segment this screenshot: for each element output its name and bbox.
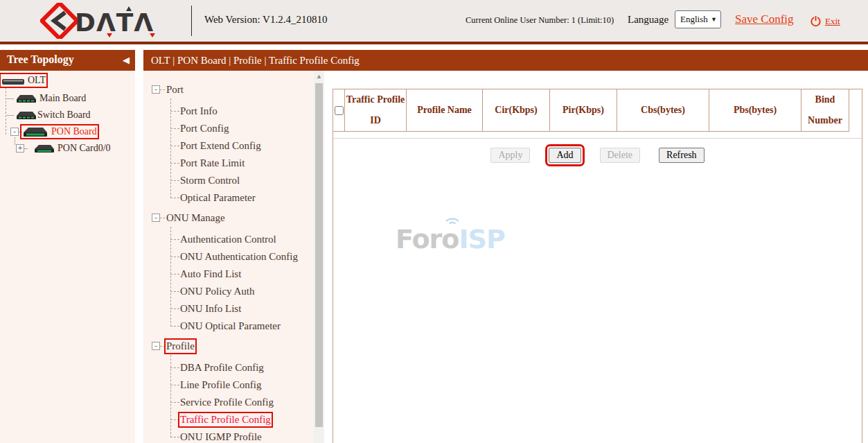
tree-connector-dash (170, 291, 179, 292)
scroll-up-icon[interactable]: ▲ (314, 73, 324, 80)
menu-section-onu-manage[interactable]: -ONU Manage (143, 209, 324, 227)
menu-section-profile[interactable]: -Profile (143, 337, 324, 355)
traffic-profile-table-header: Traffic Profile ID Profile Name Cir(Kbps… (333, 89, 849, 132)
menu-item-label[interactable]: Storm Control (180, 175, 240, 186)
apply-button[interactable]: Apply (490, 148, 530, 163)
tree-node-main-board[interactable]: Main Board (7, 93, 86, 104)
menu-item-auto-find-list[interactable]: Auto Find List (143, 266, 324, 283)
menu-item-onu-authentication-config[interactable]: ONU Authentication Config (143, 248, 324, 266)
tree-node-switch-board[interactable]: Switch Board (7, 110, 91, 121)
menu-section-label[interactable]: ONU Manage (166, 212, 225, 224)
tree-connector-dash (170, 111, 179, 112)
menu-section-port[interactable]: -Port (143, 80, 324, 98)
watermark-text-blue: ISP (459, 224, 504, 254)
tree-connector-dash (170, 239, 179, 240)
traffic-profile-frame: Traffic Profile ID Profile Name Cir(Kbps… (333, 89, 862, 443)
menu-item-label[interactable]: Optical Parameter (180, 192, 256, 204)
chevron-down-icon: ▼ (711, 11, 717, 28)
menu-item-service-profile-config[interactable]: Service Profile Config (143, 394, 324, 411)
pon-card-device-icon (34, 144, 55, 153)
tree-connector-line (6, 87, 6, 134)
select-all-checkbox[interactable] (335, 106, 344, 115)
select-all-cell (333, 89, 345, 131)
menu-item-authentication-control[interactable]: Authentication Control (143, 231, 324, 248)
menu-item-label[interactable]: Port Config (180, 123, 229, 134)
menu-item-label[interactable]: ONU Policy Auth (180, 286, 255, 297)
menu-item-port-config[interactable]: Port Config (143, 120, 324, 137)
tree-topology-title: Tree Topology (7, 53, 74, 66)
tree-connector-dash (170, 367, 179, 368)
foroisp-watermark: ForoISP (396, 224, 505, 254)
menu-section-label[interactable]: Profile (166, 340, 195, 352)
menu-scrollbar[interactable]: ▲ (314, 71, 324, 443)
menu-item-label[interactable]: Port Rate Limit (180, 157, 245, 169)
tree-node-label[interactable]: Switch Board (37, 110, 91, 121)
tree-node-olt[interactable]: OLT (1, 75, 46, 86)
refresh-button[interactable]: Refresh (659, 148, 705, 163)
tree-connector-dash (170, 198, 179, 198)
menu-item-port-rate-limit[interactable]: Port Rate Limit (143, 155, 324, 172)
tree-connector-dash (170, 180, 179, 181)
tree-connector-dash (160, 89, 165, 90)
breadcrumb: OLT | PON Board | Profile | Traffic Prof… (143, 50, 868, 71)
tree-connector-dash (160, 218, 165, 218)
collapse-sidebar-icon[interactable]: ◀ (123, 55, 130, 66)
column-header: Bind Number (801, 89, 849, 131)
menu-item-label[interactable]: ONU Authentication Config (180, 251, 298, 263)
menu-section-label[interactable]: Port (166, 84, 184, 96)
menu-item-label[interactable]: Service Profile Config (180, 397, 274, 408)
tree-node-label[interactable]: PON Card0/0 (57, 143, 111, 154)
exit-link[interactable]: Exit (825, 16, 840, 27)
web-version-label: Web Version: V1.2.4_210810 (204, 14, 327, 26)
menu-item-line-profile-config[interactable]: Line Profile Config (143, 376, 324, 394)
menu-item-label[interactable]: ONU Optical Parameter (180, 320, 281, 332)
menu-item-port-extend-config[interactable]: Port Extend Config (143, 137, 324, 155)
menu-item-optical-parameter[interactable]: Optical Parameter (143, 189, 324, 207)
collapse-expander-icon[interactable]: - (152, 214, 160, 222)
tree-node-label[interactable]: Main Board (39, 93, 86, 104)
menu-item-storm-control[interactable]: Storm Control (143, 172, 324, 189)
tree-connector-dash (170, 163, 179, 164)
collapse-expander-icon[interactable]: - (152, 342, 160, 350)
delete-button[interactable]: Delete (600, 148, 641, 163)
menu-item-traffic-profile-config[interactable]: Traffic Profile Config (143, 411, 324, 428)
menu-item-label[interactable]: Traffic Profile Config (180, 414, 271, 426)
menu-item-label[interactable]: ONU IGMP Profile (180, 431, 262, 443)
menu-item-label[interactable]: Port Extend Config (180, 140, 261, 152)
menu-item-label[interactable]: ONU Info List (180, 303, 241, 315)
tree-connector-dash (160, 346, 165, 347)
collapse-expander-icon[interactable]: - (152, 85, 160, 94)
menu-item-dba-profile-config[interactable]: DBA Profile Config (143, 359, 324, 376)
menu-item-label[interactable]: Line Profile Config (180, 379, 261, 391)
power-icon (810, 15, 822, 27)
watermark-text-grey: Foro (396, 224, 459, 254)
tree-connector-dash (170, 437, 179, 437)
language-select[interactable]: English ▼ (675, 10, 721, 28)
tree-node-pon-board[interactable]: - PON Board (10, 126, 97, 137)
menu-item-onu-policy-auth[interactable]: ONU Policy Auth (143, 283, 324, 300)
menu-item-onu-info-list[interactable]: ONU Info List (143, 300, 324, 318)
menu-item-label[interactable]: Port Info (180, 105, 218, 117)
tree-connector-line (15, 137, 15, 145)
menu-item-onu-igmp-profile[interactable]: ONU IGMP Profile (143, 428, 324, 443)
tree-connector-dash (24, 148, 28, 149)
add-button[interactable]: Add (549, 148, 581, 163)
tree-node-pon-card[interactable]: + PON Card0/0 (16, 143, 111, 154)
scrollbar-thumb[interactable] (315, 83, 323, 427)
column-header: Pbs(bytes) (709, 89, 801, 131)
config-menu-panel: -PortPort InfoPort ConfigPort Extend Con… (143, 71, 324, 443)
tree-node-label[interactable]: OLT (28, 75, 46, 86)
save-config-link[interactable]: Save Config (735, 12, 794, 26)
menu-item-label[interactable]: DBA Profile Config (180, 362, 264, 374)
tree-topology-header: Tree Topology ◀ (0, 50, 135, 71)
expand-expander-icon[interactable]: + (16, 144, 24, 153)
language-selected-value: English (680, 14, 708, 24)
collapse-expander-icon[interactable]: - (10, 128, 19, 136)
empty-table-body (333, 132, 862, 139)
tree-connector-dash (7, 98, 14, 99)
menu-item-port-info[interactable]: Port Info (143, 103, 324, 120)
menu-item-onu-optical-parameter[interactable]: ONU Optical Parameter (143, 318, 324, 335)
tree-node-label[interactable]: PON Board (51, 126, 97, 137)
menu-item-label[interactable]: Auto Find List (180, 268, 241, 280)
menu-item-label[interactable]: Authentication Control (180, 234, 276, 245)
